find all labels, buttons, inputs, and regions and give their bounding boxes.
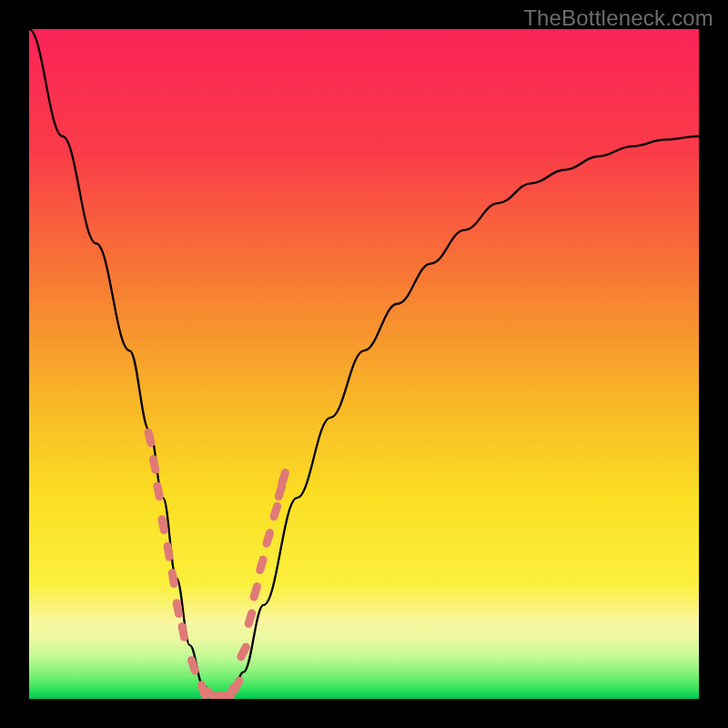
chart-frame: TheBottleneck.com bbox=[0, 0, 728, 728]
marker-left bbox=[177, 603, 178, 614]
marker-left bbox=[157, 486, 159, 497]
marker-right bbox=[267, 533, 270, 543]
plot-area bbox=[29, 29, 699, 699]
watermark-text: TheBottleneck.com bbox=[523, 5, 713, 31]
marker-right bbox=[274, 506, 278, 516]
marker-left bbox=[182, 627, 184, 638]
marker-right bbox=[260, 560, 263, 570]
curve-layer bbox=[29, 29, 699, 699]
marker-right bbox=[282, 472, 286, 482]
marker-left bbox=[172, 573, 174, 584]
marker-left bbox=[167, 546, 169, 557]
marker-right bbox=[241, 647, 246, 657]
curve-markers bbox=[148, 432, 285, 699]
marker-left bbox=[162, 520, 164, 531]
marker-left bbox=[191, 661, 195, 671]
marker-left bbox=[148, 432, 151, 443]
marker-right bbox=[254, 586, 257, 596]
marker-left bbox=[153, 460, 155, 470]
bottleneck-curve bbox=[29, 29, 699, 699]
marker-right bbox=[278, 486, 282, 496]
marker-bottom bbox=[234, 681, 238, 691]
v-curve bbox=[29, 29, 699, 699]
marker-right bbox=[248, 613, 251, 623]
